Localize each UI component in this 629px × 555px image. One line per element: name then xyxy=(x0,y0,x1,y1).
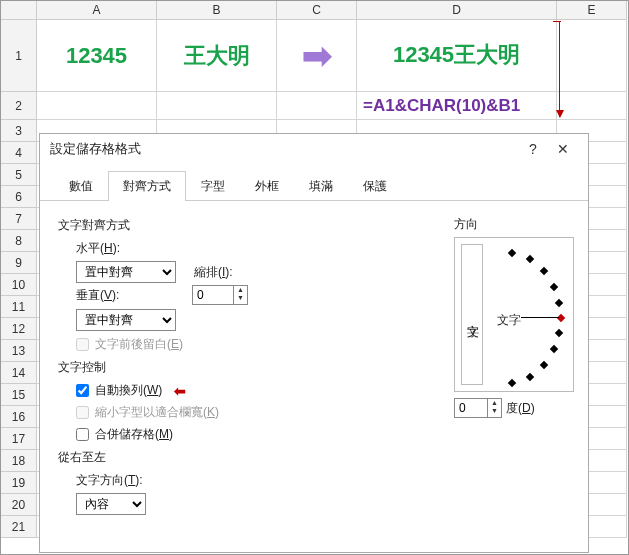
text-direction-label: 文字方向(T): xyxy=(76,472,143,489)
cell[interactable] xyxy=(557,20,627,92)
row-header[interactable]: 6 xyxy=(1,186,37,208)
format-cells-dialog: 設定儲存格格式 ? ✕ 數值對齊方式字型外框填滿保護 文字對齊方式 水平(H):… xyxy=(39,133,589,553)
text-direction-select[interactable]: 內容 xyxy=(76,493,146,515)
orientation-label: 方向 xyxy=(454,217,478,231)
shrink-fit-label: 縮小字型以適合欄寬(K) xyxy=(95,404,219,421)
orientation-panel: 方向 文字 文字 xyxy=(454,216,574,418)
row-header[interactable]: 18 xyxy=(1,450,37,472)
row-header[interactable]: 20 xyxy=(1,494,37,516)
row-header[interactable]: 7 xyxy=(1,208,37,230)
orientation-vertical-text[interactable]: 文字 xyxy=(461,244,483,385)
dialog-body: 文字對齊方式 水平(H): 置中對齊 縮排(I): 垂直(V): ▲▼ 置中對齊… xyxy=(40,201,588,529)
column-headers: ABCDE xyxy=(1,1,629,20)
row-header[interactable]: 15 xyxy=(1,384,37,406)
vertical-label: 垂直(V): xyxy=(76,287,132,304)
col-header[interactable]: E xyxy=(557,1,627,20)
tab-3[interactable]: 外框 xyxy=(240,171,294,201)
horizontal-label: 水平(H): xyxy=(76,240,132,257)
tab-1[interactable]: 對齊方式 xyxy=(108,171,186,201)
row-header[interactable]: 21 xyxy=(1,516,37,538)
row-header[interactable]: 17 xyxy=(1,428,37,450)
row-header[interactable]: 13 xyxy=(1,340,37,362)
cell[interactable] xyxy=(277,92,357,120)
row-header[interactable]: 14 xyxy=(1,362,37,384)
col-header[interactable]: B xyxy=(157,1,277,20)
row-header[interactable]: 4 xyxy=(1,142,37,164)
row-header[interactable]: 12 xyxy=(1,318,37,340)
cell[interactable] xyxy=(37,92,157,120)
orientation-degree-spinner[interactable]: ▲▼ xyxy=(488,398,502,418)
row-header[interactable]: 2 xyxy=(1,92,37,120)
cell[interactable]: =A1&CHAR(10)&B1 xyxy=(357,92,557,120)
indent-spinner[interactable]: ▲▼ xyxy=(234,285,248,305)
tab-4[interactable]: 填滿 xyxy=(294,171,348,201)
cell[interactable]: 12345王大明 xyxy=(357,20,557,92)
justify-distributed-label: 文字前後留白(E) xyxy=(95,336,183,353)
dialog-titlebar: 設定儲存格格式 ? ✕ xyxy=(40,134,588,164)
orientation-degree-input[interactable] xyxy=(454,398,488,418)
cell[interactable]: 王大明 xyxy=(157,20,277,92)
cell[interactable]: ➡ xyxy=(277,20,357,92)
tab-5[interactable]: 保護 xyxy=(348,171,402,201)
indent-label: 縮排(I): xyxy=(194,264,233,281)
col-header[interactable]: A xyxy=(37,1,157,20)
indent-input[interactable] xyxy=(192,285,234,305)
merge-cells-checkbox[interactable] xyxy=(76,428,89,441)
wrap-text-label: 自動換列(W) xyxy=(95,382,162,399)
col-header[interactable]: C xyxy=(277,1,357,20)
highlight-arrow-icon: ⬅ xyxy=(174,383,186,399)
orientation-box[interactable]: 文字 文字 xyxy=(454,237,574,392)
merge-cells-label: 合併儲存格(M) xyxy=(95,426,173,443)
row-header[interactable]: 9 xyxy=(1,252,37,274)
horizontal-align-select[interactable]: 置中對齊 xyxy=(76,261,176,283)
cell[interactable] xyxy=(157,92,277,120)
row-header[interactable]: 11 xyxy=(1,296,37,318)
rtl-section: 從右至左 xyxy=(58,449,570,466)
orientation-center-text: 文字 xyxy=(497,312,521,329)
close-button[interactable]: ✕ xyxy=(548,141,578,157)
row-header[interactable]: 10 xyxy=(1,274,37,296)
shrink-fit-checkbox xyxy=(76,406,89,419)
annotation-arrow xyxy=(559,21,560,117)
col-header[interactable]: D xyxy=(357,1,557,20)
row-header[interactable]: 3 xyxy=(1,120,37,142)
tab-2[interactable]: 字型 xyxy=(186,171,240,201)
dialog-title: 設定儲存格格式 xyxy=(50,140,141,158)
orientation-degree-label: 度(D) xyxy=(506,400,535,417)
dialog-tabs: 數值對齊方式字型外框填滿保護 xyxy=(40,170,588,201)
row-header[interactable]: 8 xyxy=(1,230,37,252)
justify-distributed-checkbox xyxy=(76,338,89,351)
row-header[interactable]: 16 xyxy=(1,406,37,428)
row-header[interactable]: 19 xyxy=(1,472,37,494)
help-button[interactable]: ? xyxy=(518,141,548,157)
cell[interactable]: 12345 xyxy=(37,20,157,92)
wrap-text-checkbox[interactable] xyxy=(76,384,89,397)
tab-0[interactable]: 數值 xyxy=(54,171,108,201)
vertical-align-select[interactable]: 置中對齊 xyxy=(76,309,176,331)
cell[interactable] xyxy=(557,92,627,120)
row-header[interactable]: 5 xyxy=(1,164,37,186)
row-header[interactable]: 1 xyxy=(1,20,37,92)
